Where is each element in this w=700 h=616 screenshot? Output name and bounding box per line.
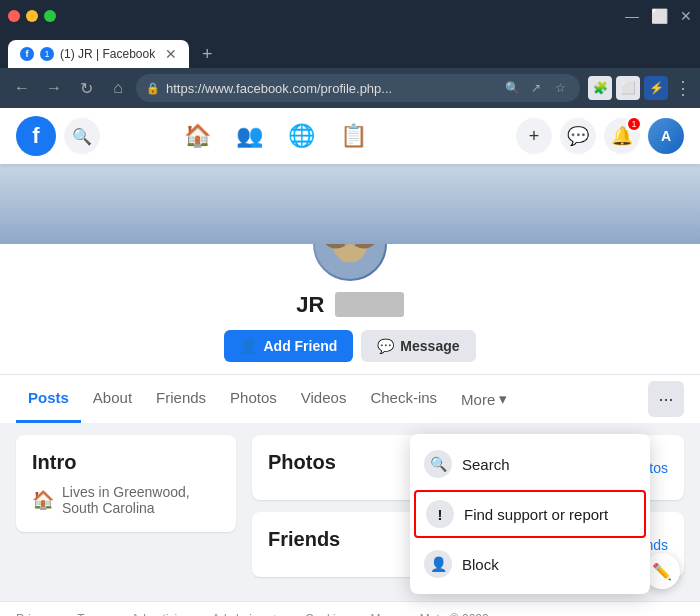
report-label: Find support or report	[464, 506, 608, 523]
nav-friends-tab[interactable]: Friends	[144, 375, 218, 423]
tab-notification-badge: 1	[40, 47, 54, 61]
dropdown-search-item[interactable]: 🔍 Search	[410, 440, 650, 488]
profile-section: JR 👤 Add Friend 💬 Message	[0, 164, 700, 374]
notification-count: 1	[626, 116, 642, 132]
search-address-icon[interactable]: 🔍	[502, 78, 522, 98]
nav-about[interactable]: About	[81, 375, 144, 423]
address-text: https://www.facebook.com/profile.php...	[166, 81, 496, 96]
home-icon: 🏠	[184, 123, 211, 149]
footer-more[interactable]: More	[370, 612, 397, 616]
intro-lives-text: Lives in Greenwood, South Carolina	[62, 484, 220, 516]
marketplace-icon: 📋	[340, 123, 367, 149]
profile-nav: Posts About Friends Photos Videos Check-…	[0, 374, 700, 423]
dropdown-report-item[interactable]: ! Find support or report	[414, 490, 646, 538]
window-controls	[8, 10, 56, 22]
ext-tab-icon[interactable]: ⬜	[616, 76, 640, 100]
tab-close-icon[interactable]: ✕	[165, 46, 177, 62]
footer-cookies[interactable]: Cookies	[305, 612, 348, 616]
facebook-logo[interactable]: f	[16, 116, 56, 156]
profile-avatar-wrapper	[0, 244, 700, 284]
address-bar[interactable]: 🔒 https://www.facebook.com/profile.php..…	[136, 74, 580, 102]
browser-menu-button[interactable]: ⋮	[674, 77, 692, 99]
nav-more-button[interactable]: More ▾	[449, 382, 519, 416]
block-label: Block	[462, 556, 499, 573]
footer-terms[interactable]: Terms	[77, 612, 110, 616]
facebook-actions: + 💬 🔔 1 A	[516, 118, 684, 154]
footer-sep-3: ·	[200, 612, 203, 616]
report-icon-mark: !	[438, 506, 443, 523]
active-tab[interactable]: f 1 (1) JR | Facebook ✕	[8, 40, 189, 68]
account-menu-button[interactable]: A	[648, 118, 684, 154]
footer-adchoices[interactable]: Ad choices ▶	[212, 612, 283, 616]
search-dropdown-icon: 🔍	[424, 450, 452, 478]
close-window-btn[interactable]	[8, 10, 20, 22]
footer-meta: Meta © 2022	[420, 612, 489, 616]
lock-icon: 🔒	[146, 82, 160, 95]
search-icon-inner: 🔍	[430, 456, 447, 472]
back-button[interactable]: ←	[8, 74, 36, 102]
window-minimize-icon[interactable]: —	[625, 8, 639, 24]
ellipsis-menu-button[interactable]: ···	[648, 381, 684, 417]
footer-sep-4: ·	[292, 612, 295, 616]
nav-checkins[interactable]: Check-ins	[358, 375, 449, 423]
share-icon[interactable]: ↗	[526, 78, 546, 98]
facebook-header: f 🔍 🏠 👥 🌐 📋 + 💬 🔔 1 A	[0, 108, 700, 164]
message-button[interactable]: 💬 Message	[361, 330, 475, 362]
search-icon: 🔍	[72, 127, 92, 146]
left-sidebar: Intro 🏠 Lives in Greenwood, South Caroli…	[16, 435, 236, 589]
nav-videos[interactable]: Videos	[289, 375, 359, 423]
profile-action-buttons: 👤 Add Friend 💬 Message	[0, 318, 700, 374]
browser-tab-bar: f 1 (1) JR | Facebook ✕ +	[0, 32, 700, 68]
notifications-button[interactable]: 🔔 1	[604, 118, 640, 154]
messenger-btn-icon: 💬	[377, 338, 394, 354]
footer-advertising[interactable]: Advertising	[131, 612, 190, 616]
footer-privacy[interactable]: Privacy	[16, 612, 55, 616]
home-button[interactable]: ⌂	[104, 74, 132, 102]
search-button[interactable]: 🔍	[64, 118, 100, 154]
add-button[interactable]: +	[516, 118, 552, 154]
add-friend-label: Add Friend	[263, 338, 337, 354]
forward-button[interactable]: →	[40, 74, 68, 102]
ellipsis-icon: ···	[658, 389, 673, 410]
intro-title: Intro	[32, 451, 220, 474]
chevron-down-icon: ▾	[499, 390, 507, 408]
intro-lives-item: 🏠 Lives in Greenwood, South Carolina	[32, 484, 220, 516]
cover-photo	[0, 164, 700, 244]
block-icon: 👤	[424, 550, 452, 578]
message-label: Message	[400, 338, 459, 354]
minimize-window-btn[interactable]	[26, 10, 38, 22]
address-actions: 🔍 ↗ ☆	[502, 78, 570, 98]
messenger-icon: 💬	[567, 125, 589, 147]
maximize-window-btn[interactable]	[44, 10, 56, 22]
window-close-icon[interactable]: ✕	[680, 8, 692, 24]
window-restore-icon[interactable]: ⬜	[651, 8, 668, 24]
ext-puzzle-icon[interactable]: 🧩	[588, 76, 612, 100]
browser-extensions: 🧩 ⬜ ⚡	[588, 76, 668, 100]
profile-first-name: JR	[296, 292, 324, 317]
nav-marketplace[interactable]: 📋	[329, 112, 377, 160]
block-icon-inner: 👤	[430, 556, 447, 572]
intro-card: Intro 🏠 Lives in Greenwood, South Caroli…	[16, 435, 236, 532]
footer-sep-1: ·	[65, 612, 68, 616]
add-friend-icon: 👤	[240, 338, 257, 354]
dropdown-menu: 🔍 Search ! Find support or report 👤 Bloc…	[410, 434, 650, 594]
nav-photos[interactable]: Photos	[218, 375, 289, 423]
nav-home[interactable]: 🏠	[173, 112, 221, 160]
nav-watch[interactable]: 🌐	[277, 112, 325, 160]
add-friend-button[interactable]: 👤 Add Friend	[224, 330, 353, 362]
star-bookmark-icon[interactable]: ☆	[550, 78, 570, 98]
home-intro-icon: 🏠	[32, 489, 54, 511]
search-label: Search	[462, 456, 510, 473]
facebook-footer: Privacy · Terms · Advertising · Ad choic…	[0, 601, 700, 616]
plus-icon: +	[529, 126, 540, 147]
nav-posts[interactable]: Posts	[16, 375, 81, 423]
dropdown-block-item[interactable]: 👤 Block	[410, 540, 650, 588]
nav-friends[interactable]: 👥	[225, 112, 273, 160]
messenger-button[interactable]: 💬	[560, 118, 596, 154]
ext-custom-icon[interactable]: ⚡	[644, 76, 668, 100]
refresh-button[interactable]: ↻	[72, 74, 100, 102]
facebook-main-nav: 🏠 👥 🌐 📋	[173, 112, 377, 160]
new-tab-button[interactable]: +	[193, 40, 221, 68]
profile-last-name	[335, 292, 404, 317]
photos-title: Photos	[268, 451, 336, 474]
